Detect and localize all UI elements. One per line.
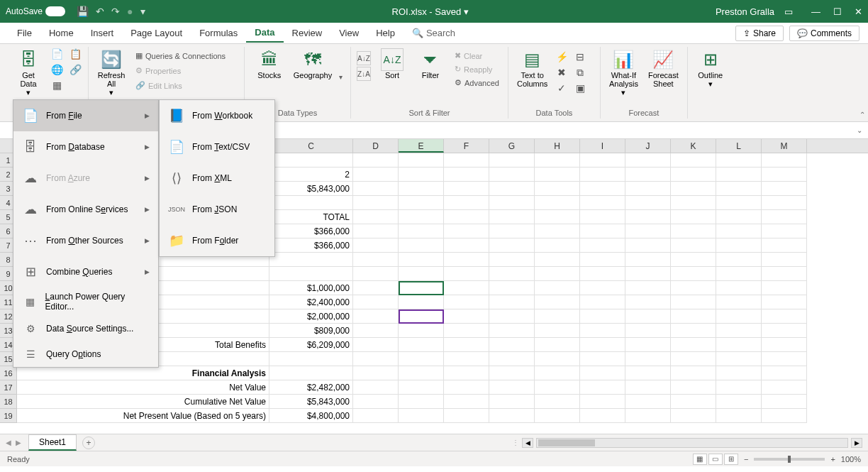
cell[interactable]	[625, 238, 671, 253]
prev-sheet-icon[interactable]: ◀	[6, 439, 11, 446]
cell[interactable]	[269, 366, 353, 380]
advanced-button[interactable]: ⚙ Advanced	[452, 77, 502, 89]
cell[interactable]	[444, 295, 489, 309]
cell[interactable]	[353, 380, 399, 395]
cell[interactable]	[535, 182, 580, 196]
cell[interactable]	[353, 196, 399, 210]
cell[interactable]	[399, 238, 444, 253]
cell[interactable]	[489, 267, 535, 281]
menu-from-online[interactable]: ☁ From Online Services ▶	[13, 194, 158, 225]
cell[interactable]	[716, 352, 762, 366]
cell[interactable]: $6,209,000	[269, 338, 353, 352]
cell[interactable]	[535, 153, 580, 168]
cell[interactable]	[580, 352, 625, 366]
cell[interactable]	[535, 267, 580, 281]
cell[interactable]	[671, 380, 716, 395]
account-icon[interactable]: ▭	[784, 6, 793, 17]
cell[interactable]	[625, 253, 671, 267]
undo-icon[interactable]: ↶	[96, 6, 104, 17]
cell[interactable]	[762, 409, 807, 423]
cell[interactable]	[762, 309, 807, 324]
cell[interactable]	[716, 309, 762, 324]
sort-za-icon[interactable]: Z↓A	[357, 67, 371, 81]
page-break-view-button[interactable]: ⊞	[724, 454, 738, 465]
cell[interactable]	[671, 395, 716, 409]
col-header-F[interactable]: F	[444, 139, 489, 153]
cell[interactable]: $5,843,000	[269, 182, 353, 196]
whatif-button[interactable]: 📊 What-If Analysis▾	[606, 47, 641, 99]
cell[interactable]	[535, 224, 580, 238]
cell[interactable]	[535, 309, 580, 324]
tab-data[interactable]: Data	[246, 23, 283, 43]
cell[interactable]	[535, 281, 580, 295]
cell[interactable]	[489, 210, 535, 224]
cell[interactable]	[489, 352, 535, 366]
cell[interactable]	[671, 253, 716, 267]
cell[interactable]	[625, 153, 671, 168]
cell[interactable]	[625, 295, 671, 309]
cell[interactable]	[716, 182, 762, 196]
cell[interactable]	[671, 366, 716, 380]
cell[interactable]	[580, 153, 625, 168]
cell[interactable]	[399, 182, 444, 196]
cell[interactable]	[535, 295, 580, 309]
queries-connections-button[interactable]: ▦ Queries & Connections	[133, 50, 228, 62]
minimize-icon[interactable]: ―	[811, 6, 820, 17]
cell[interactable]	[489, 295, 535, 309]
cell[interactable]: $2,400,000	[269, 295, 353, 309]
tab-review[interactable]: Review	[284, 24, 331, 42]
stocks-button[interactable]: 🏛 Stocks	[252, 47, 286, 81]
cell[interactable]	[399, 295, 444, 309]
cell[interactable]	[716, 253, 762, 267]
col-header-I[interactable]: I	[580, 139, 625, 153]
col-header-E[interactable]: E	[399, 139, 444, 153]
cell[interactable]	[444, 309, 489, 324]
cell[interactable]: $4,800,000	[269, 409, 353, 423]
cell[interactable]	[625, 409, 671, 423]
text-to-columns-button[interactable]: ▤ Text to Columns	[514, 47, 550, 89]
cell[interactable]	[625, 324, 671, 338]
cell[interactable]	[625, 352, 671, 366]
cell[interactable]	[489, 238, 535, 253]
cell[interactable]	[489, 253, 535, 267]
cell[interactable]	[489, 153, 535, 168]
cell[interactable]	[716, 380, 762, 395]
tab-formulas[interactable]: Formulas	[191, 24, 246, 42]
menu-from-json[interactable]: JSON From JSON	[160, 194, 274, 225]
menu-ds-settings[interactable]: ⚙ Data Source Settings...	[13, 316, 158, 341]
refresh-all-button[interactable]: 🔄 Refresh All▾	[94, 47, 128, 99]
scroll-right-button[interactable]: ▶	[851, 438, 862, 448]
cell[interactable]	[489, 168, 535, 182]
cell[interactable]	[399, 338, 444, 352]
cell[interactable]	[671, 309, 716, 324]
cell[interactable]	[444, 338, 489, 352]
cell[interactable]	[444, 196, 489, 210]
cell[interactable]	[625, 281, 671, 295]
cell[interactable]	[535, 352, 580, 366]
tab-help[interactable]: Help	[367, 24, 404, 42]
close-icon[interactable]: ✕	[855, 6, 862, 17]
cell[interactable]	[716, 196, 762, 210]
cell[interactable]	[535, 395, 580, 409]
col-header-D[interactable]: D	[353, 139, 399, 153]
cell[interactable]	[535, 238, 580, 253]
page-layout-view-button[interactable]: ▭	[708, 454, 723, 465]
toggle-switch[interactable]	[45, 6, 65, 16]
tab-view[interactable]: View	[330, 24, 367, 42]
zoom-slider[interactable]	[754, 458, 825, 461]
cell[interactable]: $809,000	[269, 324, 353, 338]
cell[interactable]	[716, 409, 762, 423]
cell[interactable]	[671, 196, 716, 210]
tab-home[interactable]: Home	[40, 24, 82, 42]
menu-from-other[interactable]: ⋯ From Other Sources ▶	[13, 225, 158, 256]
cell[interactable]	[671, 295, 716, 309]
cell[interactable]	[716, 210, 762, 224]
from-textcsv-icon[interactable]: 📄	[50, 47, 64, 61]
cell[interactable]	[625, 380, 671, 395]
cell[interactable]	[762, 253, 807, 267]
cell[interactable]	[444, 324, 489, 338]
share-button[interactable]: ⇪ Share	[735, 26, 784, 41]
cell[interactable]: $2,000,000	[269, 309, 353, 324]
cell[interactable]	[269, 267, 353, 281]
cell[interactable]	[580, 224, 625, 238]
